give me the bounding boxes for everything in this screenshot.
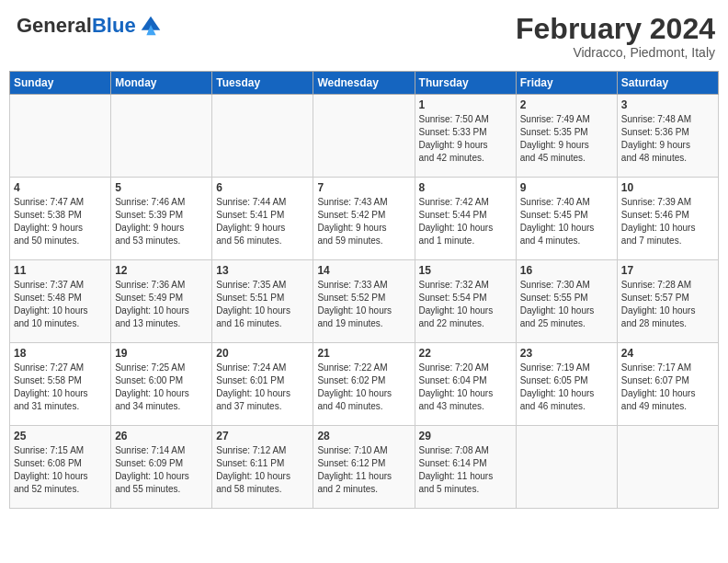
day-info: Sunrise: 7:35 AM Sunset: 5:51 PM Dayligh…: [216, 279, 309, 330]
day-info: Sunrise: 7:24 AM Sunset: 6:01 PM Dayligh…: [216, 362, 309, 413]
calendar-week-3: 11Sunrise: 7:37 AM Sunset: 5:48 PM Dayli…: [10, 260, 719, 343]
day-info: Sunrise: 7:48 AM Sunset: 5:36 PM Dayligh…: [621, 113, 714, 165]
calendar-week-5: 25Sunrise: 7:15 AM Sunset: 6:08 PM Dayli…: [10, 426, 719, 509]
day-number: 5: [115, 181, 208, 194]
calendar-cell: 26Sunrise: 7:14 AM Sunset: 6:09 PM Dayli…: [111, 426, 212, 509]
logo: GeneralBlue: [17, 13, 164, 39]
calendar-cell: [212, 95, 313, 178]
day-number: 15: [419, 264, 512, 277]
day-info: Sunrise: 7:42 AM Sunset: 5:44 PM Dayligh…: [419, 196, 512, 247]
day-info: Sunrise: 7:27 AM Sunset: 5:58 PM Dayligh…: [14, 362, 107, 413]
day-number: 20: [216, 347, 309, 360]
day-number: 22: [419, 347, 512, 360]
day-number: 11: [14, 264, 107, 277]
day-number: 14: [317, 264, 410, 277]
day-number: 13: [216, 264, 309, 277]
day-number: 2: [520, 98, 613, 111]
day-number: 8: [419, 181, 512, 194]
calendar-cell: 6Sunrise: 7:44 AM Sunset: 5:41 PM Daylig…: [212, 178, 313, 260]
day-number: 21: [317, 347, 410, 360]
day-number: 26: [115, 430, 208, 442]
day-number: 4: [14, 181, 107, 194]
day-number: 19: [115, 347, 208, 360]
column-header-thursday: Thursday: [415, 72, 516, 95]
day-info: Sunrise: 7:39 AM Sunset: 5:46 PM Dayligh…: [621, 196, 714, 247]
day-info: Sunrise: 7:50 AM Sunset: 5:33 PM Dayligh…: [419, 113, 512, 165]
day-number: 25: [14, 430, 107, 442]
day-info: Sunrise: 7:14 AM Sunset: 6:09 PM Dayligh…: [115, 444, 208, 496]
day-info: Sunrise: 7:40 AM Sunset: 5:45 PM Dayligh…: [520, 196, 613, 247]
day-info: Sunrise: 7:37 AM Sunset: 5:48 PM Dayligh…: [14, 279, 107, 330]
day-number: 10: [621, 181, 714, 194]
day-info: Sunrise: 7:17 AM Sunset: 6:07 PM Dayligh…: [621, 362, 714, 413]
day-info: Sunrise: 7:20 AM Sunset: 6:04 PM Dayligh…: [419, 362, 512, 413]
day-number: 17: [621, 264, 714, 277]
column-header-friday: Friday: [516, 72, 617, 95]
day-info: Sunrise: 7:22 AM Sunset: 6:02 PM Dayligh…: [317, 362, 410, 413]
day-number: 16: [520, 264, 613, 277]
day-info: Sunrise: 7:33 AM Sunset: 5:52 PM Dayligh…: [317, 279, 410, 330]
day-info: Sunrise: 7:25 AM Sunset: 6:00 PM Dayligh…: [115, 362, 208, 413]
day-number: 28: [317, 430, 410, 442]
calendar-cell: 20Sunrise: 7:24 AM Sunset: 6:01 PM Dayli…: [212, 343, 313, 426]
day-number: 9: [520, 181, 613, 194]
logo-general-text: General: [17, 14, 92, 37]
column-header-wednesday: Wednesday: [313, 72, 415, 95]
calendar-cell: 18Sunrise: 7:27 AM Sunset: 5:58 PM Dayli…: [10, 343, 111, 426]
day-info: Sunrise: 7:44 AM Sunset: 5:41 PM Dayligh…: [216, 196, 309, 247]
calendar-cell: 28Sunrise: 7:10 AM Sunset: 6:12 PM Dayli…: [313, 426, 415, 509]
column-header-tuesday: Tuesday: [212, 72, 313, 95]
day-info: Sunrise: 7:32 AM Sunset: 5:54 PM Dayligh…: [419, 279, 512, 330]
logo-icon: [138, 13, 164, 39]
day-info: Sunrise: 7:49 AM Sunset: 5:35 PM Dayligh…: [520, 113, 613, 165]
day-number: 24: [621, 347, 714, 360]
calendar-cell: 10Sunrise: 7:39 AM Sunset: 5:46 PM Dayli…: [617, 178, 718, 260]
day-number: 29: [419, 430, 512, 442]
calendar-cell: 9Sunrise: 7:40 AM Sunset: 5:45 PM Daylig…: [516, 178, 617, 260]
day-info: Sunrise: 7:12 AM Sunset: 6:11 PM Dayligh…: [216, 444, 309, 496]
calendar-cell: [10, 95, 111, 178]
calendar-cell: 11Sunrise: 7:37 AM Sunset: 5:48 PM Dayli…: [10, 260, 111, 343]
calendar-cell: 2Sunrise: 7:49 AM Sunset: 5:35 PM Daylig…: [516, 95, 617, 178]
calendar-cell: 8Sunrise: 7:42 AM Sunset: 5:44 PM Daylig…: [415, 178, 516, 260]
day-info: Sunrise: 7:15 AM Sunset: 6:08 PM Dayligh…: [14, 444, 107, 496]
calendar-cell: 4Sunrise: 7:47 AM Sunset: 5:38 PM Daylig…: [10, 178, 111, 260]
calendar-cell: 3Sunrise: 7:48 AM Sunset: 5:36 PM Daylig…: [617, 95, 718, 178]
calendar-header: SundayMondayTuesdayWednesdayThursdayFrid…: [10, 72, 719, 95]
calendar-cell: 16Sunrise: 7:30 AM Sunset: 5:55 PM Dayli…: [516, 260, 617, 343]
calendar-cell: 17Sunrise: 7:28 AM Sunset: 5:57 PM Dayli…: [617, 260, 718, 343]
day-number: 6: [216, 181, 309, 194]
calendar-cell: 29Sunrise: 7:08 AM Sunset: 6:14 PM Dayli…: [415, 426, 516, 509]
logo-blue-text: Blue: [92, 14, 136, 37]
calendar-cell: 22Sunrise: 7:20 AM Sunset: 6:04 PM Dayli…: [415, 343, 516, 426]
day-number: 27: [216, 430, 309, 442]
day-info: Sunrise: 7:36 AM Sunset: 5:49 PM Dayligh…: [115, 279, 208, 330]
day-number: 3: [621, 98, 714, 111]
subtitle: Vidracco, Piedmont, Italy: [516, 45, 715, 60]
calendar-week-2: 4Sunrise: 7:47 AM Sunset: 5:38 PM Daylig…: [10, 178, 719, 260]
calendar-cell: 1Sunrise: 7:50 AM Sunset: 5:33 PM Daylig…: [415, 95, 516, 178]
title-block: February 2024 Vidracco, Piedmont, Italy: [516, 13, 715, 60]
day-info: Sunrise: 7:46 AM Sunset: 5:39 PM Dayligh…: [115, 196, 208, 247]
day-number: 18: [14, 347, 107, 360]
day-number: 1: [419, 98, 512, 111]
main-title: February 2024: [516, 13, 715, 45]
calendar-cell: [313, 95, 415, 178]
calendar-cell: 24Sunrise: 7:17 AM Sunset: 6:07 PM Dayli…: [617, 343, 718, 426]
calendar-cell: [111, 95, 212, 178]
calendar-cell: 13Sunrise: 7:35 AM Sunset: 5:51 PM Dayli…: [212, 260, 313, 343]
day-number: 23: [520, 347, 613, 360]
calendar-cell: [617, 426, 718, 509]
day-number: 12: [115, 264, 208, 277]
column-header-sunday: Sunday: [10, 72, 111, 95]
calendar-cell: 23Sunrise: 7:19 AM Sunset: 6:05 PM Dayli…: [516, 343, 617, 426]
calendar-cell: 21Sunrise: 7:22 AM Sunset: 6:02 PM Dayli…: [313, 343, 415, 426]
header: GeneralBlue February 2024 Vidracco, Pied…: [9, 9, 719, 63]
day-info: Sunrise: 7:10 AM Sunset: 6:12 PM Dayligh…: [317, 444, 410, 496]
day-info: Sunrise: 7:08 AM Sunset: 6:14 PM Dayligh…: [419, 444, 512, 496]
day-info: Sunrise: 7:47 AM Sunset: 5:38 PM Dayligh…: [14, 196, 107, 247]
calendar-cell: 14Sunrise: 7:33 AM Sunset: 5:52 PM Dayli…: [313, 260, 415, 343]
calendar-cell: 15Sunrise: 7:32 AM Sunset: 5:54 PM Dayli…: [415, 260, 516, 343]
column-header-monday: Monday: [111, 72, 212, 95]
calendar-cell: 25Sunrise: 7:15 AM Sunset: 6:08 PM Dayli…: [10, 426, 111, 509]
